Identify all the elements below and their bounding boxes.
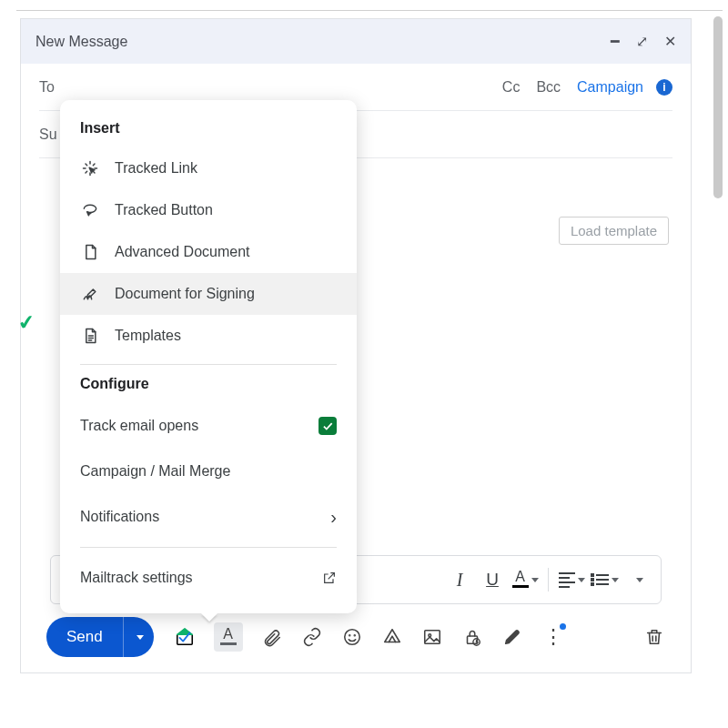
insert-drive-button[interactable]: [381, 626, 403, 648]
more-options-button[interactable]: ⋮: [541, 626, 563, 648]
svg-point-1: [344, 630, 359, 645]
text-color-button[interactable]: A: [511, 564, 539, 595]
send-button[interactable]: Send: [46, 617, 154, 657]
discard-draft-button[interactable]: [643, 626, 665, 648]
insert-link-button[interactable]: [301, 626, 323, 648]
document-icon: [80, 242, 100, 262]
notifications-item[interactable]: Notifications ›: [60, 494, 357, 540]
list-button[interactable]: [591, 564, 619, 595]
align-button[interactable]: [558, 564, 585, 595]
cursor-click-icon: [80, 158, 100, 178]
track-email-opens-item[interactable]: Track email opens: [60, 403, 357, 449]
minimize-button[interactable]: ━: [611, 33, 620, 50]
track-email-opens-label: Track email opens: [80, 418, 198, 434]
info-icon[interactable]: i: [656, 79, 672, 96]
svg-point-2: [349, 635, 349, 636]
external-link-icon: [322, 571, 337, 585]
templates-icon: [80, 326, 100, 346]
tracked-link-item[interactable]: Tracked Link: [60, 147, 357, 189]
insert-section-title: Insert: [60, 116, 357, 147]
bottom-bar: Send A: [46, 612, 665, 662]
document-for-signing-label: Document for Signing: [115, 286, 255, 302]
campaign-mail-merge-item[interactable]: Campaign / Mail Merge: [60, 449, 357, 494]
close-button[interactable]: ✕: [664, 33, 676, 50]
insert-signature-button[interactable]: [501, 626, 523, 648]
scrollbar[interactable]: [713, 16, 723, 198]
italic-button[interactable]: I: [446, 564, 473, 595]
insert-emoji-button[interactable]: [341, 626, 363, 648]
advanced-document-item[interactable]: Advanced Document: [60, 231, 357, 273]
svg-point-5: [429, 634, 431, 637]
campaign-mail-merge-label: Campaign / Mail Merge: [80, 463, 230, 480]
send-options-button[interactable]: [123, 617, 154, 657]
checkmark-icon: ✔: [16, 310, 35, 336]
templates-item[interactable]: Templates: [60, 315, 357, 357]
chevron-right-icon: ›: [330, 507, 337, 528]
tracked-link-label: Tracked Link: [115, 160, 197, 177]
advanced-document-label: Advanced Document: [115, 244, 250, 260]
signature-icon: [80, 284, 100, 304]
divider: [80, 364, 337, 365]
tracked-button-item[interactable]: Tracked Button: [60, 189, 357, 231]
mailtrack-settings-item[interactable]: Mailtrack settings: [60, 555, 357, 601]
mailtrack-settings-label: Mailtrack settings: [80, 570, 193, 586]
lasso-click-icon: [80, 200, 100, 220]
titlebar: New Message ━ ⤢ ✕: [21, 18, 691, 64]
divider: [548, 568, 549, 592]
divider: [80, 547, 337, 548]
mailtrack-icon[interactable]: [174, 626, 196, 648]
mailtrack-popover: Insert Tracked Link Tracked Button Advan…: [60, 100, 357, 613]
svg-rect-4: [424, 631, 440, 644]
more-formatting-button[interactable]: [624, 564, 652, 595]
cc-button[interactable]: Cc: [502, 79, 521, 96]
track-email-opens-checkbox[interactable]: [318, 417, 337, 435]
to-label: To: [39, 79, 76, 96]
tracked-button-label: Tracked Button: [115, 202, 213, 218]
load-template-button[interactable]: Load template: [559, 217, 669, 245]
underline-button[interactable]: U: [479, 564, 506, 595]
formatting-options-button[interactable]: A: [214, 622, 243, 652]
expand-button[interactable]: ⤢: [636, 33, 648, 50]
confidential-mode-button[interactable]: [461, 626, 483, 648]
campaign-link[interactable]: Campaign: [577, 79, 643, 96]
templates-label: Templates: [115, 328, 181, 344]
svg-point-3: [354, 635, 355, 636]
configure-section-title: Configure: [60, 372, 357, 403]
insert-photo-button[interactable]: [421, 626, 443, 648]
document-for-signing-item[interactable]: Document for Signing: [60, 273, 357, 315]
attach-file-button[interactable]: [261, 626, 283, 648]
svg-rect-6: [467, 636, 477, 643]
window-title: New Message: [35, 34, 611, 50]
notifications-label: Notifications: [80, 509, 159, 525]
bcc-button[interactable]: Bcc: [536, 79, 561, 96]
